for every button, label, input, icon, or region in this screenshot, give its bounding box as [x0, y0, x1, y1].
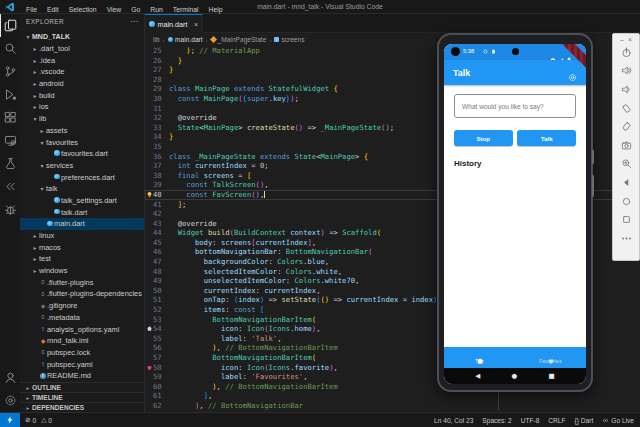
explorer-icon[interactable] — [0, 14, 20, 37]
status-spaces-2[interactable]: Spaces: 2 — [482, 417, 511, 424]
emu-volume-up-button[interactable] — [618, 62, 634, 81]
emu-more-button[interactable] — [618, 229, 634, 248]
tree-item-talk_settings.dart[interactable]: talk_settings.dart — [20, 195, 144, 207]
minimize-icon[interactable]: – — [620, 36, 624, 43]
menu-go[interactable]: Go — [126, 6, 145, 13]
line-number: 60 — [153, 382, 169, 392]
remote-indicator-button[interactable] — [0, 413, 20, 427]
status-ln-40-col-23[interactable]: Ln 40, Col 23 — [434, 417, 473, 424]
tree-item-mnd_talk[interactable]: ▾MND_TALK — [20, 31, 144, 43]
close-icon[interactable]: × — [628, 36, 632, 43]
menu-selection[interactable]: Selection — [64, 6, 102, 13]
tree-item-readme.md[interactable]: iREADME.md — [20, 370, 144, 382]
stop-button[interactable]: Stop — [454, 130, 513, 146]
tree-item-mnd_talk.iml[interactable]: ◆mnd_talk.iml — [20, 335, 144, 347]
tree-item-ios[interactable]: ▸ios — [20, 101, 144, 113]
emu-back-button[interactable] — [618, 173, 634, 192]
search-icon[interactable] — [0, 37, 20, 60]
tree-item-.vscode[interactable]: ▸.vscode — [20, 66, 144, 78]
testing-icon[interactable] — [0, 152, 20, 175]
emu-screenshot-button[interactable] — [618, 136, 634, 155]
dart-file-icon — [46, 221, 54, 228]
tree-item-.flutter-plugins[interactable]: ≡.flutter-plugins — [20, 276, 144, 288]
section-timeline[interactable]: ▸TIMELINE — [20, 392, 144, 402]
tree-item-.metadata[interactable]: ≡.metadata — [20, 312, 144, 324]
emu-zoom-button[interactable] — [618, 155, 634, 174]
settings-gear-icon[interactable] — [568, 68, 577, 77]
breadcrumb-item[interactable]: main.dart — [175, 36, 203, 43]
tree-item-favourites.dart[interactable]: favourites.dart — [20, 148, 144, 160]
bug-icon[interactable] — [0, 198, 20, 221]
emu-power-button[interactable] — [618, 43, 634, 62]
emu-rotate-left-button[interactable] — [618, 99, 634, 118]
code-line-61[interactable]: 61 ], — [145, 391, 640, 401]
tree-item-pubspec.yaml[interactable]: !pubspec.yaml — [20, 358, 144, 370]
nav-item-favourites[interactable]: Favourites — [515, 347, 586, 368]
tree-item-label: lib — [39, 114, 46, 123]
home-gutter-icon — [145, 324, 153, 334]
status-utf-8[interactable]: UTF-8 — [521, 417, 540, 424]
source-control-icon[interactable] — [0, 60, 20, 83]
breadcrumb-item[interactable]: lib — [153, 36, 160, 43]
tree-item-.flutter-plugins-dependencies[interactable]: ≡.flutter-plugins-dependencies — [20, 288, 144, 300]
emu-volume-down-button[interactable] — [618, 80, 634, 99]
file-tree: ▾MND_TALK▸.dart_tool▸.idea▸.vscode▸andro… — [20, 31, 144, 382]
bulb-gutter-icon[interactable] — [145, 190, 153, 200]
status--dart[interactable]: {} Dart — [575, 417, 594, 424]
tree-item-linux[interactable]: ▸linux — [20, 230, 144, 242]
code-line-62[interactable]: 62 ), // BottomNavigationBar — [145, 401, 640, 411]
menu-file[interactable]: File — [21, 6, 42, 13]
breadcrumb-item[interactable]: _MainPageState — [218, 36, 267, 43]
breadcrumb-item[interactable]: screens — [281, 36, 304, 43]
more-actions-icon[interactable]: ⋯ — [130, 19, 138, 25]
tree-item-favourites[interactable]: ▾favourites — [20, 136, 144, 148]
tree-item-windows[interactable]: ▸windows — [20, 265, 144, 277]
tree-item-talk[interactable]: ▾talk — [20, 183, 144, 195]
tree-item-android[interactable]: ▸android — [20, 78, 144, 90]
menu-edit[interactable]: Edit — [42, 6, 64, 13]
tree-item-.dart_tool[interactable]: ▸.dart_tool — [20, 43, 144, 55]
gutter-spacer — [145, 161, 153, 171]
gutter-spacer — [145, 353, 153, 363]
references-icon[interactable] — [0, 175, 20, 198]
tree-item-build[interactable]: ▸build — [20, 89, 144, 101]
remote-device-icon[interactable] — [0, 129, 20, 152]
tree-item-main.dart[interactable]: main.dart — [20, 218, 144, 230]
status-crlf[interactable]: CRLF — [548, 417, 565, 424]
tab-main-dart[interactable]: main.dart × — [145, 14, 203, 33]
say-text-input[interactable]: What would you like to say? — [454, 94, 576, 118]
talk-button[interactable]: Talk — [517, 130, 576, 146]
tree-item-test[interactable]: ▸test — [20, 253, 144, 265]
tree-item-analysis_options.yaml[interactable]: !analysis_options.yaml — [20, 323, 144, 335]
android-back-button[interactable]: ◀ — [475, 373, 480, 380]
section-outline[interactable]: ▸OUTLINE — [20, 382, 144, 392]
tree-item-.gitignore[interactable]: ◈.gitignore — [20, 300, 144, 312]
emu-rotate-right-button[interactable] — [618, 117, 634, 136]
settings-icon[interactable] — [0, 389, 20, 412]
tree-item-macos[interactable]: ▸macos — [20, 241, 144, 253]
problems-indicator[interactable]: ⊘0△0 — [25, 416, 52, 424]
run-debug-icon[interactable] — [0, 83, 20, 106]
extensions-icon[interactable] — [0, 106, 20, 129]
android-home-button[interactable]: ● — [512, 373, 518, 380]
tab-close-icon[interactable]: × — [194, 21, 198, 28]
tree-item-preferences.dart[interactable]: preferences.dart — [20, 171, 144, 183]
menu-view[interactable]: View — [102, 6, 127, 13]
menu-terminal[interactable]: Terminal — [168, 6, 204, 13]
line-number: 58 — [153, 363, 169, 373]
tree-item-talk.dart[interactable]: talk.dart — [20, 206, 144, 218]
status-go-live[interactable]: Go Live — [602, 417, 634, 424]
android-overview-button[interactable]: ■ — [549, 373, 555, 380]
account-icon[interactable] — [0, 366, 20, 389]
nav-item-talk[interactable]: Talk — [444, 347, 515, 368]
menu-help[interactable]: Help — [203, 6, 227, 13]
emu-overview-button[interactable] — [618, 210, 634, 229]
menu-run[interactable]: Run — [145, 6, 167, 13]
tree-item-lib[interactable]: ▾lib — [20, 113, 144, 125]
section-dependencies[interactable]: ▸DEPENDENCIES — [20, 402, 144, 412]
tree-item-.idea[interactable]: ▸.idea — [20, 54, 144, 66]
tree-item-assets[interactable]: ▸assets — [20, 125, 144, 137]
tree-item-pubspec.lock[interactable]: ≡pubspec.lock — [20, 347, 144, 359]
emu-home-button[interactable] — [618, 192, 634, 211]
tree-item-services[interactable]: ▾services — [20, 160, 144, 172]
